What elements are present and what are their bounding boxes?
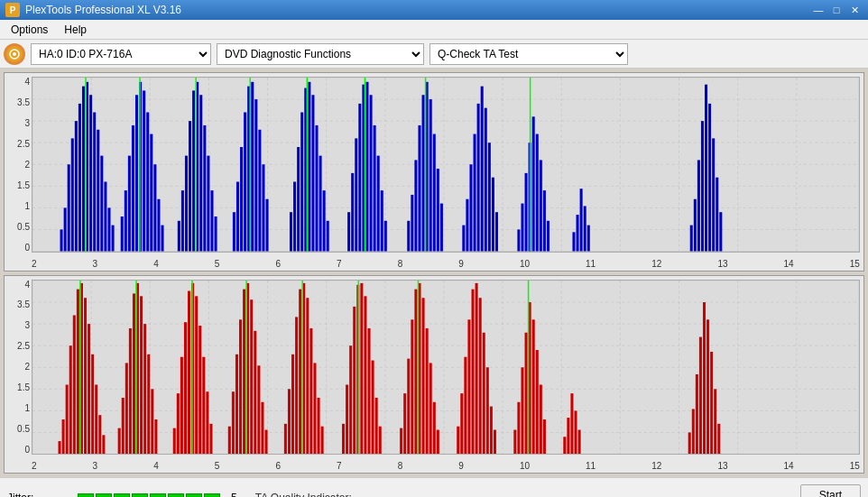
svg-rect-256: [429, 363, 432, 454]
svg-rect-266: [479, 298, 482, 454]
svg-rect-64: [199, 95, 202, 251]
svg-rect-53: [150, 134, 152, 252]
svg-rect-289: [699, 336, 702, 454]
svg-rect-37: [89, 95, 92, 251]
svg-rect-41: [104, 182, 106, 252]
main-content: 4 3.5 3 2.5 2 1.5 1 0.5 0: [0, 69, 868, 477]
svg-rect-43: [112, 225, 115, 252]
svg-rect-93: [347, 212, 350, 251]
svg-rect-251: [411, 319, 413, 454]
svg-rect-144: [701, 121, 704, 251]
svg-rect-272: [517, 401, 520, 454]
svg-rect-106: [411, 195, 413, 252]
top-chart-x-labels: 2 3 4 5 6 7 8 9 10 11 12 13 14 15: [32, 259, 860, 269]
jitter-bar-1: [78, 493, 94, 498]
svg-rect-101: [377, 156, 380, 252]
svg-rect-132: [540, 160, 542, 251]
svg-rect-86: [308, 82, 310, 252]
svg-rect-34: [78, 104, 81, 252]
svg-rect-287: [692, 409, 695, 454]
svg-rect-68: [215, 216, 217, 252]
svg-rect-222: [264, 429, 267, 454]
device-icon: [4, 43, 25, 65]
svg-rect-95: [355, 138, 357, 251]
svg-rect-140: [587, 225, 590, 252]
svg-rect-214: [235, 354, 238, 454]
svg-rect-239: [353, 306, 356, 454]
svg-rect-76: [254, 99, 257, 251]
device-select[interactable]: HA:0 ID:0 PX-716A: [31, 43, 211, 65]
svg-rect-218: [250, 299, 253, 454]
svg-text:P: P: [10, 5, 16, 15]
svg-rect-77: [258, 130, 261, 252]
svg-rect-284: [574, 410, 577, 454]
svg-rect-190: [125, 363, 128, 454]
svg-rect-283: [570, 393, 573, 454]
top-chart: 4 3.5 3 2.5 2 1.5 1 0.5 0: [4, 72, 864, 272]
svg-rect-52: [146, 113, 149, 252]
svg-rect-260: [457, 426, 459, 454]
start-button[interactable]: Start: [800, 484, 861, 498]
svg-rect-226: [291, 354, 294, 454]
minimize-button[interactable]: —: [810, 3, 826, 17]
svg-rect-102: [381, 190, 383, 251]
function-select[interactable]: DVD Diagnostic Functions: [217, 43, 424, 65]
svg-rect-184: [95, 384, 97, 454]
svg-rect-59: [181, 190, 184, 251]
svg-rect-127: [521, 204, 523, 252]
svg-rect-246: [379, 426, 382, 454]
svg-rect-131: [536, 134, 539, 252]
svg-rect-32: [71, 138, 74, 251]
test-select[interactable]: Q-Check TA Test: [429, 43, 628, 65]
svg-rect-267: [483, 332, 485, 454]
svg-rect-271: [513, 429, 516, 454]
quality-label: TA Quality Indicator:: [255, 492, 352, 498]
svg-rect-121: [481, 87, 484, 252]
app-icon: P: [5, 3, 20, 17]
title-bar: P PlexTools Professional XL V3.16 — □ ✕: [0, 0, 868, 20]
svg-rect-262: [464, 356, 466, 454]
svg-rect-291: [706, 319, 709, 454]
svg-rect-54: [153, 164, 156, 251]
bottom-chart-y-labels: 4 3.5 3 2.5 2 1.5 1 0.5 0: [5, 280, 32, 456]
svg-rect-114: [440, 204, 443, 252]
maximize-button[interactable]: □: [828, 3, 845, 17]
svg-rect-228: [299, 289, 301, 454]
svg-rect-128: [525, 173, 528, 252]
svg-rect-201: [177, 393, 180, 454]
svg-rect-118: [469, 164, 472, 251]
svg-rect-88: [315, 125, 318, 252]
svg-rect-148: [716, 178, 718, 252]
svg-rect-236: [342, 423, 345, 454]
svg-rect-47: [128, 156, 131, 252]
svg-rect-265: [476, 282, 478, 454]
svg-rect-244: [372, 360, 374, 454]
menu-options[interactable]: Options: [4, 22, 55, 38]
svg-rect-62: [192, 90, 195, 251]
svg-rect-264: [471, 289, 474, 454]
svg-rect-243: [367, 327, 370, 454]
svg-rect-71: [236, 182, 239, 252]
svg-rect-84: [300, 113, 303, 252]
svg-rect-286: [688, 432, 691, 454]
svg-rect-116: [462, 225, 465, 252]
svg-rect-292: [710, 351, 713, 454]
svg-rect-249: [403, 393, 406, 454]
svg-rect-241: [360, 282, 363, 454]
svg-rect-203: [184, 322, 187, 454]
svg-rect-204: [188, 290, 190, 454]
svg-rect-242: [364, 296, 366, 454]
svg-rect-137: [577, 215, 579, 251]
svg-rect-51: [143, 90, 145, 251]
svg-rect-72: [240, 147, 243, 252]
menu-help[interactable]: Help: [57, 22, 94, 38]
svg-rect-195: [143, 324, 146, 454]
svg-rect-149: [719, 212, 722, 251]
close-button[interactable]: ✕: [846, 3, 863, 17]
svg-rect-111: [429, 99, 432, 251]
svg-rect-90: [323, 190, 326, 251]
svg-rect-89: [319, 156, 322, 252]
svg-rect-189: [122, 397, 125, 454]
svg-rect-46: [125, 190, 127, 251]
svg-rect-192: [133, 293, 135, 454]
